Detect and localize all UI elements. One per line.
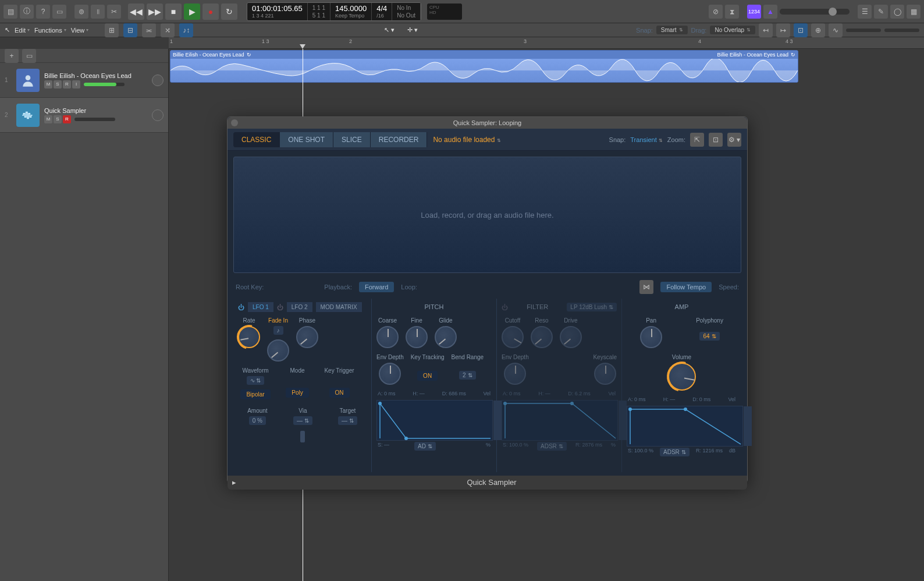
mixer-icon[interactable]: ⫴ [91, 5, 105, 19]
catch-icon[interactable]: ⊟ [123, 23, 137, 37]
keytrigger-button[interactable]: ON [329, 388, 350, 398]
keyscale-knob[interactable] [594, 363, 616, 385]
snap-mode-dropdown[interactable]: Transient ⇅ [630, 136, 663, 143]
file-status[interactable]: No audio file loaded ⇅ [433, 136, 500, 144]
solo-button[interactable]: S [54, 115, 62, 123]
link-icon[interactable]: ⫘ [142, 23, 156, 37]
play-button[interactable]: ▶ [184, 3, 200, 20]
record-enable-button[interactable]: R [63, 115, 71, 123]
sample-drop-zone[interactable]: Load, record, or drag an audio file here… [233, 157, 741, 273]
loops-icon[interactable]: ◯ [890, 5, 904, 19]
mute-button[interactable]: M [44, 80, 52, 88]
grid-icon[interactable]: ⊞ [105, 23, 119, 37]
timeline-ruler[interactable]: 1 1 3 2 3 4 4 3 [169, 37, 924, 49]
pan-knob[interactable] [152, 109, 164, 121]
add-track-button[interactable]: + [5, 49, 19, 63]
tab-classic[interactable]: CLASSIC [233, 132, 280, 147]
cmd-click-tool[interactable]: ✛ ▾ [407, 26, 418, 34]
polyphony-value[interactable]: 64 ⇅ [699, 332, 719, 341]
bars-beats[interactable]: 1 3 4 221 [252, 13, 303, 19]
phase-knob[interactable] [296, 326, 318, 348]
close-icon[interactable] [231, 119, 238, 126]
env-mode-select[interactable]: AD ⇅ [414, 442, 436, 451]
solo-button[interactable]: S [54, 80, 62, 88]
waveform-select[interactable]: ∿ ⇅ [247, 376, 265, 385]
drag-dropdown[interactable]: No Overlap⇅ [710, 26, 755, 34]
gear-icon[interactable]: ⚙ ▾ [727, 133, 741, 147]
cutoff-knob[interactable] [502, 326, 524, 348]
envdepth-knob[interactable] [379, 363, 401, 385]
env-mode-select[interactable]: ADSR ⇅ [537, 442, 567, 451]
list-editors-icon[interactable]: ☰ [858, 5, 872, 19]
playhead-marker-icon[interactable] [300, 44, 305, 49]
track-volume-slider[interactable] [74, 118, 115, 121]
snap-dropdown[interactable]: Smart⇅ [656, 26, 688, 34]
mute-button[interactable]: M [44, 115, 52, 123]
target-select[interactable]: — ⇅ [338, 416, 357, 425]
fadein-knob[interactable] [267, 339, 289, 362]
via-select[interactable]: — ⇅ [293, 416, 312, 425]
pitch-envelope[interactable] [376, 400, 493, 441]
track-header[interactable]: 1 Billie Eilish - Ocean Eyes Lead M S R … [0, 63, 168, 98]
nudge-left-icon[interactable]: ↤ [759, 23, 773, 37]
filter-type-select[interactable]: LP 12dB Lush ⇅ [567, 303, 617, 311]
edit-menu[interactable]: Edit▾ [15, 27, 30, 34]
audio-region[interactable]: Billie Eilish - Ocean Eyes Lead ↻ Billie… [170, 50, 798, 83]
help-icon[interactable]: ? [36, 5, 50, 19]
input-monitor-button[interactable]: I [72, 80, 80, 88]
inspector-icon[interactable]: ⓘ [20, 5, 34, 19]
editors-icon[interactable]: ✂ [107, 5, 121, 19]
bendrange-value[interactable]: 2 ⇅ [459, 371, 476, 380]
coarse-knob[interactable] [376, 326, 399, 348]
zoom-selection-icon[interactable]: ⊡ [709, 133, 723, 147]
count-in-icon[interactable]: ⧗ [725, 5, 739, 19]
automation-icon[interactable]: ⤨ [161, 23, 175, 37]
tab-mod-matrix[interactable]: MOD MATRIX [316, 302, 362, 312]
amp-envelope[interactable] [627, 406, 743, 447]
library-icon[interactable]: ▤ [3, 5, 17, 19]
tempo[interactable]: 145.0000 [335, 4, 367, 13]
scroll-in-play-icon[interactable]: ⊡ [794, 23, 808, 37]
timecode[interactable]: 01:00:01:05.65 [252, 4, 303, 13]
smart-controls-icon[interactable]: ⊚ [74, 5, 88, 19]
metronome-icon[interactable]: ▲ [763, 5, 777, 19]
notepad-icon[interactable]: ✎ [874, 5, 888, 19]
pan-knob[interactable] [640, 326, 662, 348]
pan-knob[interactable] [152, 75, 164, 86]
amount-value[interactable]: 0 % [249, 416, 266, 425]
track-volume-slider[interactable] [84, 83, 125, 86]
keytracking-button[interactable]: ON [417, 371, 438, 381]
playback-direction[interactable]: Forward [359, 282, 394, 292]
filter-envelope[interactable] [502, 400, 618, 441]
slider-handle[interactable] [300, 431, 305, 442]
mode-button[interactable]: Poly [286, 388, 308, 398]
zoom-fit-icon[interactable]: ⇱ [690, 133, 704, 147]
nudge-right-icon[interactable]: ↦ [776, 23, 790, 37]
filter-envdepth-knob[interactable] [504, 363, 526, 385]
tab-slice[interactable]: SLICE [333, 132, 371, 147]
reso-knob[interactable] [531, 326, 553, 348]
zoom-icon[interactable]: ⊕ [811, 23, 825, 37]
rate-knob[interactable] [238, 326, 260, 348]
left-click-tool[interactable]: ↖ ▾ [384, 26, 395, 34]
track-header[interactable]: 2 Quick Sampler M S R [0, 98, 168, 133]
follow-tempo-button[interactable]: Follow Tempo [660, 282, 712, 292]
vertical-zoom-slider[interactable] [846, 29, 881, 32]
power-icon[interactable]: ⏻ [238, 304, 244, 310]
waveform-zoom-icon[interactable]: ∿ [829, 23, 843, 37]
env-mode-select[interactable]: ADSR ⇅ [660, 448, 690, 456]
metronome-badge[interactable]: 1234 [747, 5, 761, 19]
browser-icon[interactable]: ▦ [907, 5, 921, 19]
rewind-button[interactable]: ◀◀ [128, 3, 144, 20]
view-menu[interactable]: View▾ [71, 27, 89, 34]
drive-knob[interactable] [560, 326, 582, 348]
bipolar-button[interactable]: Bipolar [240, 389, 270, 399]
pointer-tool-icon[interactable]: ↖ [5, 26, 10, 34]
plugin-titlebar[interactable]: Quick Sampler: Looping [228, 117, 747, 129]
tab-lfo2[interactable]: LFO 2 [287, 302, 312, 312]
fine-knob[interactable] [406, 326, 428, 348]
cycle-button[interactable]: ↻ [221, 3, 237, 20]
record-button[interactable]: ● [202, 3, 219, 20]
tuner-icon[interactable]: ⊘ [709, 5, 723, 19]
forward-button[interactable]: ▶▶ [147, 3, 163, 20]
